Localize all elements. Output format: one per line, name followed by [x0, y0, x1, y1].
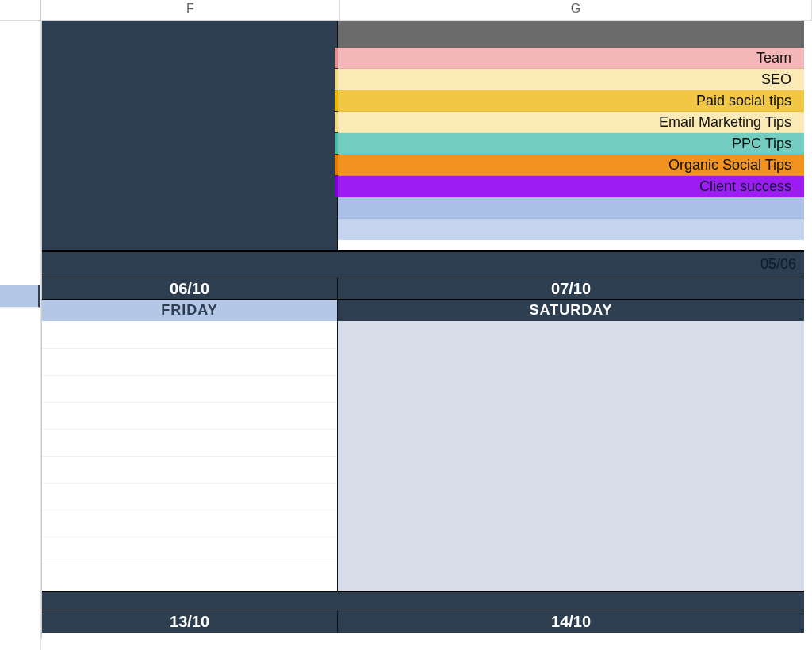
date-friday[interactable]: 06/10 [42, 277, 338, 299]
legend-label: Paid social tips [696, 93, 791, 109]
legend-row[interactable]: Email Marketing Tips [338, 112, 804, 133]
legend-left-fill [42, 21, 338, 250]
cell-friday[interactable] [42, 321, 338, 591]
legend-label: Organic Social Tips [668, 157, 791, 173]
day-saturday[interactable]: SATURDAY [338, 300, 804, 321]
date-saturday-2[interactable]: 14/10 [338, 610, 804, 633]
date-row: 06/10 07/10 [42, 277, 804, 300]
legend-row[interactable] [338, 21, 804, 34]
cell-saturday[interactable] [338, 321, 804, 591]
legend-row[interactable] [338, 197, 804, 219]
legend-label: Team [756, 50, 791, 66]
legend-row[interactable]: Organic Social Tips [338, 155, 804, 176]
day-row: FRIDAY SATURDAY [42, 300, 804, 321]
legend-label: Email Marketing Tips [659, 114, 791, 130]
legend-block: Team SEO Paid social tips Email Marketin… [42, 21, 804, 250]
legend-row[interactable]: PPC Tips [338, 133, 804, 155]
date-friday-2[interactable]: 13/10 [42, 610, 338, 633]
calendar-body [42, 321, 804, 591]
corner-cell [0, 0, 41, 20]
legend-list: Team SEO Paid social tips Email Marketin… [338, 21, 804, 250]
column-header-g[interactable]: G [340, 0, 812, 20]
week-separator [42, 591, 804, 610]
spreadsheet-grid[interactable]: Team SEO Paid social tips Email Marketin… [41, 21, 804, 639]
row-number-gutter [0, 21, 41, 650]
legend-bottom-pad [338, 240, 804, 250]
column-header-f[interactable]: F [41, 0, 340, 20]
legend-row[interactable]: Team [338, 48, 804, 69]
legend-row[interactable] [338, 34, 804, 48]
column-header-row: F G [0, 0, 812, 21]
date-row-2: 13/10 14/10 [42, 610, 804, 633]
week-separator: 05/06 [42, 250, 804, 277]
legend-label: Client success [699, 178, 791, 194]
day-friday[interactable]: FRIDAY [42, 300, 338, 321]
legend-label: SEO [761, 71, 791, 87]
legend-row[interactable] [338, 219, 804, 240]
selected-row-marker [0, 285, 40, 308]
legend-row[interactable]: SEO [338, 69, 804, 90]
separator-text: 05/06 [760, 256, 796, 273]
date-saturday[interactable]: 07/10 [338, 277, 804, 299]
legend-row[interactable]: Paid social tips [338, 90, 804, 112]
legend-row[interactable]: Client success [338, 176, 804, 197]
legend-label: PPC Tips [732, 136, 791, 151]
